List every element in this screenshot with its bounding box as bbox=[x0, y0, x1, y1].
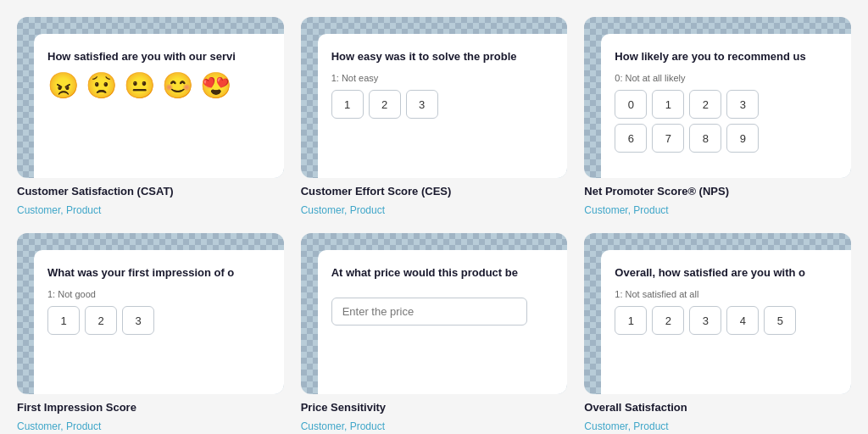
survey-grid: How satisfied are you with our servi 😠 😟… bbox=[17, 17, 851, 432]
card-preview-price: At what price would this product be bbox=[301, 233, 568, 394]
card-tags-fi: Customer, Product bbox=[17, 420, 284, 432]
num-btn-1[interactable]: 1 bbox=[331, 90, 364, 119]
emoji-2: 😐 bbox=[124, 73, 155, 98]
card-preview-os: Overall, how satisfied are you with o 1:… bbox=[584, 233, 851, 394]
inner-card-os: Overall, how satisfied are you with o 1:… bbox=[601, 250, 851, 394]
question-nps: How likely are you to recommend us bbox=[615, 49, 846, 64]
question-os: Overall, how satisfied are you with o bbox=[615, 265, 846, 281]
os-btn-3[interactable]: 3 bbox=[689, 306, 721, 335]
fi-btn-1[interactable]: 1 bbox=[47, 306, 80, 335]
card-wrapper-nps: How likely are you to recommend us 0: No… bbox=[584, 17, 851, 216]
card-tags-csat: Customer, Product bbox=[17, 204, 284, 216]
inner-card-price: At what price would this product be bbox=[318, 250, 568, 394]
question-csat: How satisfied are you with our servi bbox=[47, 49, 279, 64]
nps-btn-1[interactable]: 1 bbox=[652, 90, 684, 119]
inner-card-ces: How easy was it to solve the proble 1: N… bbox=[318, 34, 568, 178]
inner-card-nps: How likely are you to recommend us 0: No… bbox=[601, 34, 851, 178]
os-btn-2[interactable]: 2 bbox=[652, 306, 684, 335]
card-wrapper-ces: How easy was it to solve the proble 1: N… bbox=[301, 17, 568, 216]
question-fi: What was your first impression of o bbox=[47, 265, 279, 281]
card-title-ces: Customer Effort Score (CES) bbox=[301, 185, 568, 198]
card-preview-fi: What was your first impression of o 1: N… bbox=[17, 233, 284, 394]
nps-btn-0[interactable]: 0 bbox=[615, 90, 647, 119]
emoji-1: 😟 bbox=[86, 73, 117, 98]
card-tags-price: Customer, Product bbox=[301, 420, 568, 432]
inner-card-fi: What was your first impression of o 1: N… bbox=[34, 250, 284, 394]
fi-btn-3[interactable]: 3 bbox=[122, 306, 154, 335]
emoji-0: 😠 bbox=[47, 73, 79, 98]
num-btn-3[interactable]: 3 bbox=[406, 90, 438, 119]
os-btn-4[interactable]: 4 bbox=[726, 306, 759, 335]
card-wrapper-os: Overall, how satisfied are you with o 1:… bbox=[584, 233, 851, 432]
card-title-fi: First Impression Score bbox=[17, 401, 284, 414]
emoji-row-csat: 😠 😟 😐 😊 😍 bbox=[47, 73, 279, 98]
question-price: At what price would this product be bbox=[331, 265, 563, 281]
emoji-4: 😍 bbox=[200, 73, 231, 98]
nps-btn-8[interactable]: 8 bbox=[689, 124, 721, 153]
emoji-3: 😊 bbox=[162, 73, 193, 98]
card-tags-nps: Customer, Product bbox=[584, 204, 851, 216]
nps-btn-9[interactable]: 9 bbox=[726, 124, 759, 153]
nps-btn-3[interactable]: 3 bbox=[726, 90, 759, 119]
card-title-price: Price Sensitivity bbox=[301, 401, 568, 414]
card-tags-ces: Customer, Product bbox=[301, 204, 568, 216]
number-row2-nps: 6 7 8 9 bbox=[615, 124, 846, 153]
os-btn-5[interactable]: 5 bbox=[764, 306, 796, 335]
number-buttons-fi: 1 2 3 bbox=[47, 306, 279, 335]
card-preview-csat: How satisfied are you with our servi 😠 😟… bbox=[17, 17, 284, 178]
number-buttons-ces: 1 2 3 bbox=[331, 90, 563, 119]
nps-btn-6[interactable]: 6 bbox=[615, 124, 647, 153]
os-btn-1[interactable]: 1 bbox=[615, 306, 647, 335]
hint-fi: 1: Not good bbox=[47, 289, 279, 299]
price-input[interactable] bbox=[331, 298, 528, 326]
num-btn-2[interactable]: 2 bbox=[369, 90, 401, 119]
card-tags-os: Customer, Product bbox=[584, 420, 851, 432]
question-ces: How easy was it to solve the proble bbox=[331, 49, 563, 64]
card-preview-ces: How easy was it to solve the proble 1: N… bbox=[301, 17, 568, 178]
number-buttons-os: 1 2 3 4 5 bbox=[615, 306, 846, 335]
nps-btn-2[interactable]: 2 bbox=[689, 90, 721, 119]
nps-btn-7[interactable]: 7 bbox=[652, 124, 684, 153]
number-row1-nps: 0 1 2 3 bbox=[615, 90, 846, 119]
card-title-nps: Net Promoter Score® (NPS) bbox=[584, 185, 851, 198]
hint-ces: 1: Not easy bbox=[331, 73, 563, 83]
hint-nps: 0: Not at all likely bbox=[615, 73, 846, 83]
card-title-csat: Customer Satisfaction (CSAT) bbox=[17, 185, 284, 198]
card-wrapper-fi: What was your first impression of o 1: N… bbox=[17, 233, 284, 432]
card-preview-nps: How likely are you to recommend us 0: No… bbox=[584, 17, 851, 178]
card-title-os: Overall Satisfaction bbox=[584, 401, 851, 414]
card-wrapper-price: At what price would this product be Pric… bbox=[301, 233, 568, 432]
inner-card-csat: How satisfied are you with our servi 😠 😟… bbox=[34, 34, 284, 178]
hint-os: 1: Not satisfied at all bbox=[615, 289, 846, 299]
fi-btn-2[interactable]: 2 bbox=[85, 306, 117, 335]
card-wrapper-csat: How satisfied are you with our servi 😠 😟… bbox=[17, 17, 284, 216]
